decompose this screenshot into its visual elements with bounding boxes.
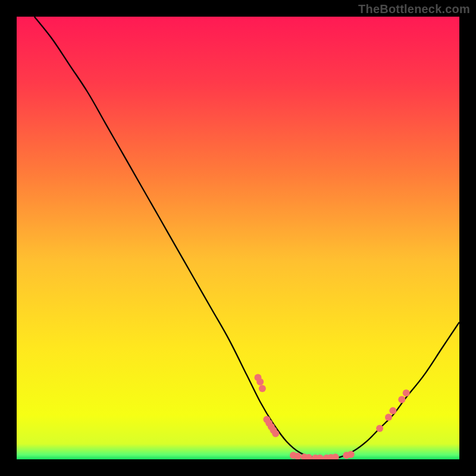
gradient-background: [17, 17, 459, 459]
plot-svg: [17, 17, 459, 459]
data-marker: [389, 407, 396, 414]
data-marker: [347, 451, 355, 458]
plot-area: [17, 17, 459, 459]
data-marker: [403, 389, 410, 396]
data-marker: [272, 430, 279, 437]
data-marker: [259, 385, 266, 392]
attribution-text: TheBottleneck.com: [358, 2, 470, 16]
data-marker: [385, 414, 392, 421]
chart-frame: TheBottleneck.com: [0, 0, 476, 476]
data-marker: [398, 396, 405, 403]
data-marker: [256, 378, 264, 386]
data-marker: [376, 425, 383, 432]
